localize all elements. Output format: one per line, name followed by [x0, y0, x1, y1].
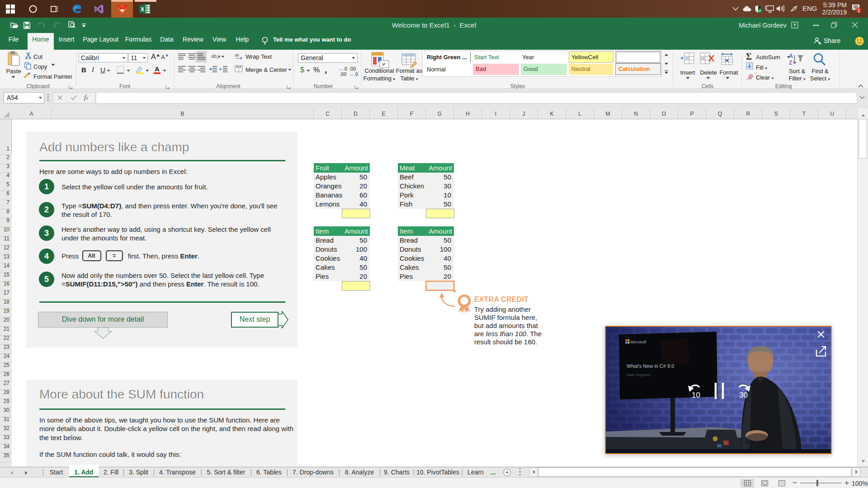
svg-text:Z: Z [789, 60, 792, 66]
svg-text:ab: ab [211, 53, 217, 59]
svg-text:ab: ab [235, 53, 239, 57]
svg-text:1: 1 [857, 8, 860, 13]
svg-text:30: 30 [739, 391, 748, 399]
svg-text:A: A [789, 53, 793, 59]
svg-text:10: 10 [692, 391, 700, 399]
svg-text:X: X [141, 6, 144, 13]
svg-text:Microsoft: Microsoft [631, 340, 646, 344]
svg-text:What's New in C# 8.0: What's New in C# 8.0 [627, 363, 674, 369]
svg-text:Mads Torgersen: Mads Torgersen [627, 373, 651, 377]
